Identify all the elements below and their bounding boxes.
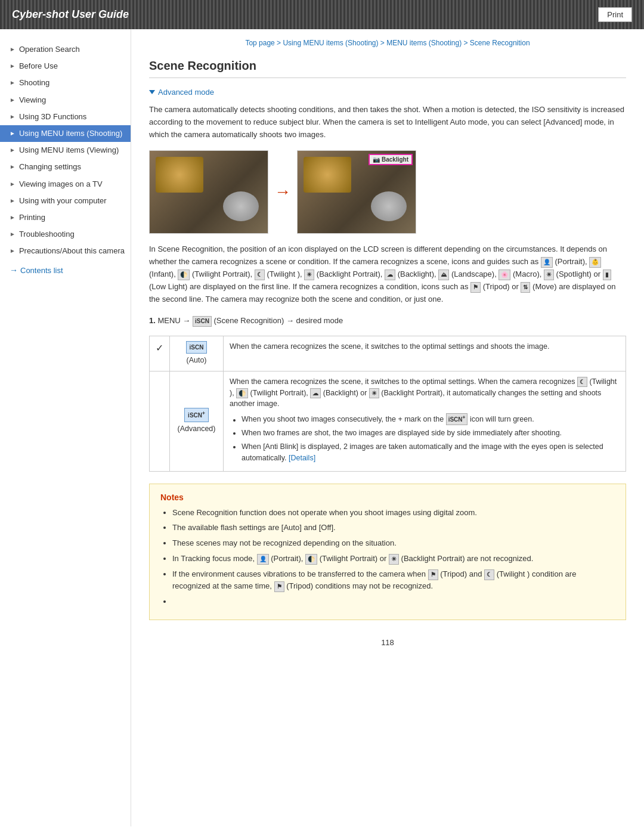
app-title: Cyber-shot User Guide xyxy=(12,8,129,21)
camera-image-after: 📷 Backlight xyxy=(297,150,416,234)
menu-step-text: (Scene Recognition) → desired mode xyxy=(214,316,343,325)
note-twilight-icon: ☾ xyxy=(484,569,494,580)
note-item-2: The available flash settings are [Auto] … xyxy=(172,522,615,534)
sidebar-item-operation-search[interactable]: ► Operation Search xyxy=(0,41,131,58)
notes-title: Notes xyxy=(160,493,615,502)
arrow-icon: ► xyxy=(10,247,16,255)
camera-image-before xyxy=(149,150,268,234)
landscape-icon: ⛰ xyxy=(438,270,449,280)
spotlight-icon: ☀ xyxy=(544,270,554,280)
auto-iscn-badge: iSCN xyxy=(186,341,208,354)
menu-step: 1. MENU → iSCN (Scene Recognition) → des… xyxy=(149,315,626,327)
backlight-portrait-icon: ☀ xyxy=(304,270,314,280)
note-item-1: Scene Recognition function does not oper… xyxy=(172,507,615,519)
advanced-mode-label-cell: (Advanced) xyxy=(178,425,216,433)
twilight-portrait-icon-2: 🌓 xyxy=(236,388,248,398)
notes-section: Notes Scene Recognition function does no… xyxy=(149,484,626,621)
sidebar-item-label: Using with your computer xyxy=(19,196,107,206)
advanced-iscn-badge: iSCN+ xyxy=(184,408,209,422)
advanced-icon-cell: iSCN+ (Advanced) xyxy=(170,371,224,471)
auto-check-cell: ✓ xyxy=(150,336,170,371)
sidebar-item-shooting[interactable]: ► Shooting xyxy=(0,75,131,91)
sidebar-item-using-menu-viewing[interactable]: ► Using MENU items (Viewing) xyxy=(0,142,131,159)
sidebar-item-printing[interactable]: ► Printing xyxy=(0,209,131,226)
note-item-6 xyxy=(172,596,615,608)
move-icon: ⇅ xyxy=(521,282,530,293)
sidebar-item-precautions[interactable]: ► Precautions/About this camera xyxy=(0,243,131,259)
sidebar-item-label: Operation Search xyxy=(19,44,80,55)
arrow-icon: ► xyxy=(10,129,16,138)
print-button[interactable]: Print xyxy=(598,7,632,22)
triangle-down-icon xyxy=(149,90,155,94)
mode-table: ✓ iSCN (Auto) When the camera recognizes… xyxy=(149,336,626,471)
main-content: Top page > Using MENU items (Shooting) >… xyxy=(131,29,644,826)
contents-link-label: Contents list xyxy=(20,266,63,275)
sidebar-item-label: Viewing xyxy=(19,95,46,106)
body-text-2: In Scene Recognition, the position of an… xyxy=(149,243,626,305)
sidebar-item-before-use[interactable]: ► Before Use xyxy=(0,58,131,75)
breadcrumb-text: Top page > Using MENU items (Shooting) >… xyxy=(245,39,530,47)
page-number: 118 xyxy=(149,632,626,653)
note-item-3: These scenes may not be recognized depen… xyxy=(172,537,615,550)
backlight-icon-2: ☁ xyxy=(310,388,321,398)
table-row-advanced: iSCN+ (Advanced) When the camera recogni… xyxy=(150,371,626,471)
menu-step-menu: MENU → xyxy=(157,316,193,325)
arrow-icon: ► xyxy=(10,230,16,239)
image-area: → 📷 Backlight xyxy=(149,150,626,234)
sidebar-item-label: Viewing images on a TV xyxy=(19,179,103,190)
sidebar-item-label: Shooting xyxy=(19,78,49,88)
page-title: Scene Recognition xyxy=(149,59,626,78)
details-link[interactable]: [Details] xyxy=(289,454,315,462)
sidebar: ► Operation Search ► Before Use ► Shooti… xyxy=(0,29,131,826)
bullet-item-2: When two frames are shot, the two images… xyxy=(242,428,620,439)
advanced-desc-main: When the camera recognizes the scene, it… xyxy=(230,376,620,410)
arrow-icon: ► xyxy=(10,197,16,205)
sidebar-item-using-menu-shooting[interactable]: ► Using MENU items (Shooting) xyxy=(0,125,131,142)
note-twilight-portrait-icon: 🌓 xyxy=(305,554,317,565)
twilight-icon-2: ☾ xyxy=(577,377,587,387)
sidebar-item-label: Using 3D Functions xyxy=(19,112,86,122)
arrow-icon: ► xyxy=(10,79,16,87)
sidebar-item-viewing-images-tv[interactable]: ► Viewing images on a TV xyxy=(0,176,131,193)
advanced-mode-toggle[interactable]: Advanced mode xyxy=(149,88,626,97)
twilight-portrait-icon: 🌓 xyxy=(178,270,190,280)
table-row-auto: ✓ iSCN (Auto) When the camera recognizes… xyxy=(150,336,626,371)
sidebar-item-using-3d[interactable]: ► Using 3D Functions xyxy=(0,109,131,125)
note-tripod-icon: ⚑ xyxy=(428,569,438,580)
backlight-badge: 📷 Backlight xyxy=(369,154,413,165)
tripod-icon: ⚑ xyxy=(470,282,481,293)
notes-list: Scene Recognition function does not oper… xyxy=(160,507,615,609)
main-layout: ► Operation Search ► Before Use ► Shooti… xyxy=(0,29,644,826)
contents-list-link[interactable]: → Contents list xyxy=(0,259,131,281)
note-backlight-portrait-icon: ☀ xyxy=(389,554,399,565)
backlight-portrait-icon-2: ☀ xyxy=(369,388,379,398)
note-portrait-icon: 👤 xyxy=(257,554,269,565)
note-tripod-icon-2: ⚑ xyxy=(274,581,284,592)
infant-icon: 👶 xyxy=(589,257,601,268)
twilight-icon: ☾ xyxy=(255,270,265,280)
macro-icon: 🌸 xyxy=(499,270,510,280)
arrow-icon: ► xyxy=(10,45,16,54)
arrow-icon: ► xyxy=(10,180,16,188)
sidebar-item-label: Using MENU items (Viewing) xyxy=(19,145,119,156)
portrait-icon: 👤 xyxy=(541,257,553,268)
arrow-icon: ► xyxy=(10,163,16,171)
sidebar-item-viewing[interactable]: ► Viewing xyxy=(0,92,131,109)
iscn-icon: iSCN xyxy=(193,316,212,327)
low-light-icon: ▮ xyxy=(603,270,611,280)
auto-description-cell: When the camera recognizes the scene, it… xyxy=(224,336,626,371)
body-text-1: The camera automatically detects shootin… xyxy=(149,104,626,141)
advanced-mode-label: Advanced mode xyxy=(158,88,214,97)
note-item-5: If the environment causes vibrations to … xyxy=(172,568,615,593)
advanced-description-cell: When the camera recognizes the scene, it… xyxy=(224,371,626,471)
sidebar-item-using-with-computer[interactable]: ► Using with your computer xyxy=(0,193,131,209)
sidebar-item-troubleshooting[interactable]: ► Troubleshooting xyxy=(0,226,131,243)
auto-description: When the camera recognizes the scene, it… xyxy=(230,342,549,351)
sidebar-item-label: Using MENU items (Shooting) xyxy=(19,128,122,139)
breadcrumb: Top page > Using MENU items (Shooting) >… xyxy=(149,39,626,47)
iscn-plus-inline: iSCN+ xyxy=(446,413,468,425)
arrow-image-icon: → xyxy=(274,182,291,202)
sidebar-item-changing-settings[interactable]: ► Changing settings xyxy=(0,159,131,175)
auto-icon-cell: iSCN (Auto) xyxy=(170,336,224,371)
bullet-item-3: When [Anti Blink] is displayed, 2 images… xyxy=(242,441,620,464)
